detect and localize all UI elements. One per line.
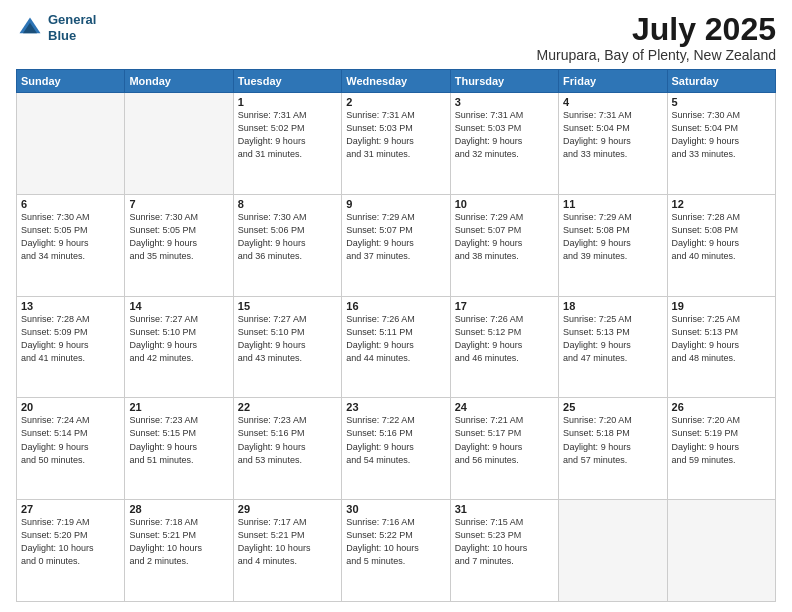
day-info: Sunrise: 7:16 AM Sunset: 5:22 PM Dayligh… bbox=[346, 516, 445, 568]
day-info: Sunrise: 7:31 AM Sunset: 5:03 PM Dayligh… bbox=[346, 109, 445, 161]
calendar-cell: 19Sunrise: 7:25 AM Sunset: 5:13 PM Dayli… bbox=[667, 296, 775, 398]
day-info: Sunrise: 7:26 AM Sunset: 5:12 PM Dayligh… bbox=[455, 313, 554, 365]
day-info: Sunrise: 7:25 AM Sunset: 5:13 PM Dayligh… bbox=[672, 313, 771, 365]
calendar-week-row: 6Sunrise: 7:30 AM Sunset: 5:05 PM Daylig… bbox=[17, 194, 776, 296]
calendar-cell: 24Sunrise: 7:21 AM Sunset: 5:17 PM Dayli… bbox=[450, 398, 558, 500]
calendar-cell: 25Sunrise: 7:20 AM Sunset: 5:18 PM Dayli… bbox=[559, 398, 667, 500]
day-number: 23 bbox=[346, 401, 445, 413]
day-number: 17 bbox=[455, 300, 554, 312]
calendar-day-header: Saturday bbox=[667, 70, 775, 93]
day-info: Sunrise: 7:19 AM Sunset: 5:20 PM Dayligh… bbox=[21, 516, 120, 568]
day-number: 6 bbox=[21, 198, 120, 210]
calendar-cell: 21Sunrise: 7:23 AM Sunset: 5:15 PM Dayli… bbox=[125, 398, 233, 500]
calendar-cell: 7Sunrise: 7:30 AM Sunset: 5:05 PM Daylig… bbox=[125, 194, 233, 296]
calendar-day-header: Monday bbox=[125, 70, 233, 93]
day-number: 16 bbox=[346, 300, 445, 312]
day-number: 18 bbox=[563, 300, 662, 312]
day-number: 28 bbox=[129, 503, 228, 515]
day-number: 31 bbox=[455, 503, 554, 515]
logo: General Blue bbox=[16, 12, 96, 43]
day-info: Sunrise: 7:25 AM Sunset: 5:13 PM Dayligh… bbox=[563, 313, 662, 365]
calendar-cell bbox=[559, 500, 667, 602]
day-number: 1 bbox=[238, 96, 337, 108]
calendar-cell: 2Sunrise: 7:31 AM Sunset: 5:03 PM Daylig… bbox=[342, 93, 450, 195]
calendar-cell: 6Sunrise: 7:30 AM Sunset: 5:05 PM Daylig… bbox=[17, 194, 125, 296]
day-info: Sunrise: 7:30 AM Sunset: 5:05 PM Dayligh… bbox=[21, 211, 120, 263]
day-info: Sunrise: 7:28 AM Sunset: 5:08 PM Dayligh… bbox=[672, 211, 771, 263]
day-info: Sunrise: 7:26 AM Sunset: 5:11 PM Dayligh… bbox=[346, 313, 445, 365]
day-number: 22 bbox=[238, 401, 337, 413]
calendar-cell: 14Sunrise: 7:27 AM Sunset: 5:10 PM Dayli… bbox=[125, 296, 233, 398]
calendar-cell: 17Sunrise: 7:26 AM Sunset: 5:12 PM Dayli… bbox=[450, 296, 558, 398]
day-info: Sunrise: 7:22 AM Sunset: 5:16 PM Dayligh… bbox=[346, 414, 445, 466]
day-number: 8 bbox=[238, 198, 337, 210]
logo-text: General Blue bbox=[48, 12, 96, 43]
calendar-week-row: 27Sunrise: 7:19 AM Sunset: 5:20 PM Dayli… bbox=[17, 500, 776, 602]
calendar-cell: 18Sunrise: 7:25 AM Sunset: 5:13 PM Dayli… bbox=[559, 296, 667, 398]
calendar-cell: 1Sunrise: 7:31 AM Sunset: 5:02 PM Daylig… bbox=[233, 93, 341, 195]
calendar-table: SundayMondayTuesdayWednesdayThursdayFrid… bbox=[16, 69, 776, 602]
day-number: 29 bbox=[238, 503, 337, 515]
day-info: Sunrise: 7:31 AM Sunset: 5:03 PM Dayligh… bbox=[455, 109, 554, 161]
day-number: 26 bbox=[672, 401, 771, 413]
day-info: Sunrise: 7:30 AM Sunset: 5:04 PM Dayligh… bbox=[672, 109, 771, 161]
day-info: Sunrise: 7:20 AM Sunset: 5:18 PM Dayligh… bbox=[563, 414, 662, 466]
day-info: Sunrise: 7:29 AM Sunset: 5:08 PM Dayligh… bbox=[563, 211, 662, 263]
day-info: Sunrise: 7:31 AM Sunset: 5:02 PM Dayligh… bbox=[238, 109, 337, 161]
day-info: Sunrise: 7:18 AM Sunset: 5:21 PM Dayligh… bbox=[129, 516, 228, 568]
calendar-day-header: Friday bbox=[559, 70, 667, 93]
day-number: 14 bbox=[129, 300, 228, 312]
day-info: Sunrise: 7:23 AM Sunset: 5:16 PM Dayligh… bbox=[238, 414, 337, 466]
calendar-cell: 13Sunrise: 7:28 AM Sunset: 5:09 PM Dayli… bbox=[17, 296, 125, 398]
day-number: 5 bbox=[672, 96, 771, 108]
day-info: Sunrise: 7:23 AM Sunset: 5:15 PM Dayligh… bbox=[129, 414, 228, 466]
calendar-cell: 20Sunrise: 7:24 AM Sunset: 5:14 PM Dayli… bbox=[17, 398, 125, 500]
day-info: Sunrise: 7:28 AM Sunset: 5:09 PM Dayligh… bbox=[21, 313, 120, 365]
day-number: 11 bbox=[563, 198, 662, 210]
day-number: 10 bbox=[455, 198, 554, 210]
calendar-cell bbox=[17, 93, 125, 195]
main-title: July 2025 bbox=[537, 12, 776, 47]
calendar-day-header: Sunday bbox=[17, 70, 125, 93]
day-info: Sunrise: 7:21 AM Sunset: 5:17 PM Dayligh… bbox=[455, 414, 554, 466]
day-info: Sunrise: 7:29 AM Sunset: 5:07 PM Dayligh… bbox=[346, 211, 445, 263]
calendar-cell: 31Sunrise: 7:15 AM Sunset: 5:23 PM Dayli… bbox=[450, 500, 558, 602]
day-number: 15 bbox=[238, 300, 337, 312]
day-number: 2 bbox=[346, 96, 445, 108]
calendar-cell bbox=[125, 93, 233, 195]
calendar-cell: 10Sunrise: 7:29 AM Sunset: 5:07 PM Dayli… bbox=[450, 194, 558, 296]
day-number: 13 bbox=[21, 300, 120, 312]
day-number: 24 bbox=[455, 401, 554, 413]
day-info: Sunrise: 7:27 AM Sunset: 5:10 PM Dayligh… bbox=[238, 313, 337, 365]
day-info: Sunrise: 7:20 AM Sunset: 5:19 PM Dayligh… bbox=[672, 414, 771, 466]
calendar-cell: 11Sunrise: 7:29 AM Sunset: 5:08 PM Dayli… bbox=[559, 194, 667, 296]
day-info: Sunrise: 7:17 AM Sunset: 5:21 PM Dayligh… bbox=[238, 516, 337, 568]
day-number: 27 bbox=[21, 503, 120, 515]
day-number: 4 bbox=[563, 96, 662, 108]
calendar-cell bbox=[667, 500, 775, 602]
calendar-cell: 3Sunrise: 7:31 AM Sunset: 5:03 PM Daylig… bbox=[450, 93, 558, 195]
page: General Blue July 2025 Murupara, Bay of … bbox=[0, 0, 792, 612]
calendar-week-row: 13Sunrise: 7:28 AM Sunset: 5:09 PM Dayli… bbox=[17, 296, 776, 398]
calendar-cell: 28Sunrise: 7:18 AM Sunset: 5:21 PM Dayli… bbox=[125, 500, 233, 602]
calendar-cell: 16Sunrise: 7:26 AM Sunset: 5:11 PM Dayli… bbox=[342, 296, 450, 398]
day-info: Sunrise: 7:29 AM Sunset: 5:07 PM Dayligh… bbox=[455, 211, 554, 263]
calendar-cell: 5Sunrise: 7:30 AM Sunset: 5:04 PM Daylig… bbox=[667, 93, 775, 195]
subtitle: Murupara, Bay of Plenty, New Zealand bbox=[537, 47, 776, 63]
calendar-cell: 8Sunrise: 7:30 AM Sunset: 5:06 PM Daylig… bbox=[233, 194, 341, 296]
day-number: 12 bbox=[672, 198, 771, 210]
day-number: 21 bbox=[129, 401, 228, 413]
calendar-cell: 9Sunrise: 7:29 AM Sunset: 5:07 PM Daylig… bbox=[342, 194, 450, 296]
calendar-week-row: 1Sunrise: 7:31 AM Sunset: 5:02 PM Daylig… bbox=[17, 93, 776, 195]
header: General Blue July 2025 Murupara, Bay of … bbox=[16, 12, 776, 63]
day-info: Sunrise: 7:30 AM Sunset: 5:05 PM Dayligh… bbox=[129, 211, 228, 263]
calendar-cell: 22Sunrise: 7:23 AM Sunset: 5:16 PM Dayli… bbox=[233, 398, 341, 500]
calendar-header-row: SundayMondayTuesdayWednesdayThursdayFrid… bbox=[17, 70, 776, 93]
calendar-cell: 23Sunrise: 7:22 AM Sunset: 5:16 PM Dayli… bbox=[342, 398, 450, 500]
day-number: 3 bbox=[455, 96, 554, 108]
logo-icon bbox=[16, 14, 44, 42]
calendar-cell: 27Sunrise: 7:19 AM Sunset: 5:20 PM Dayli… bbox=[17, 500, 125, 602]
day-number: 9 bbox=[346, 198, 445, 210]
day-info: Sunrise: 7:24 AM Sunset: 5:14 PM Dayligh… bbox=[21, 414, 120, 466]
day-number: 25 bbox=[563, 401, 662, 413]
